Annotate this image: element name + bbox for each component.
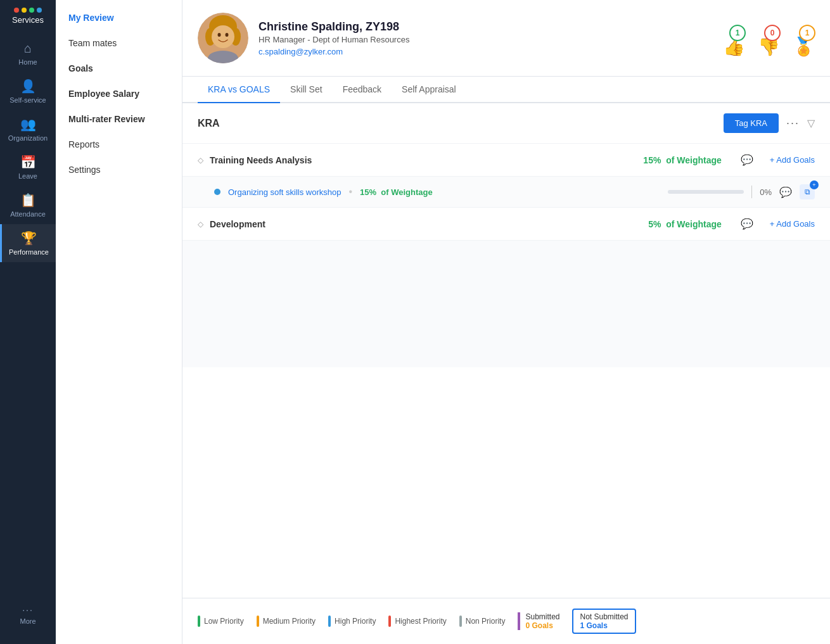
low-priority-label: Low Priority	[204, 617, 244, 626]
legend-low-priority: Low Priority	[198, 616, 244, 627]
legend-footer: Low Priority Medium Priority High Priori…	[182, 598, 830, 644]
kra-actions: Tag KRA ··· ▽	[724, 113, 815, 133]
sub-item-goals[interactable]: Goals	[56, 56, 182, 81]
leave-label: Leave	[18, 172, 37, 180]
more-options-button[interactable]: ···	[786, 117, 800, 130]
development-expand-icon[interactable]: ◇	[198, 220, 203, 229]
organization-icon: 👥	[20, 117, 36, 132]
thumbs-up-count: 1	[729, 25, 746, 41]
sidebar-item-self-service[interactable]: 👤 Self-service	[0, 72, 56, 110]
profile-title: HR Manager - Dept of Human Resources	[259, 35, 713, 44]
not-submitted-info: Not Submitted 1 Goals	[580, 612, 628, 630]
dot-yellow	[22, 8, 27, 13]
attendance-label: Attendance	[10, 210, 46, 218]
profile-badges: 1 👍 0 👎 1 🏅	[723, 20, 815, 57]
home-icon: ⌂	[24, 41, 32, 56]
svg-point-6	[226, 33, 229, 37]
training-group-name: Training Needs Analysis	[210, 155, 312, 165]
badge-thumbs-up: 1 👍	[723, 20, 745, 57]
goal-dot-soft-skills	[214, 189, 220, 195]
more-label: More	[20, 617, 35, 625]
high-priority-label: High Priority	[335, 617, 376, 626]
legend-non-priority: Non Priority	[459, 616, 506, 627]
training-weightage-pct: 15%	[643, 155, 661, 165]
tab-skill-set[interactable]: Skill Set	[280, 77, 333, 103]
goal-divider	[751, 186, 752, 198]
development-weightage-pct: 5%	[648, 219, 661, 229]
services-label: Services	[12, 15, 44, 25]
filter-button[interactable]: ▽	[807, 117, 815, 129]
kra-title: KRA	[198, 118, 220, 129]
tabs-bar: KRA vs GOALS Skill Set Feedback Self App…	[182, 77, 830, 103]
more-icon: ···	[22, 605, 34, 615]
submitted-label: Submitted	[525, 612, 559, 621]
dot-blue	[37, 8, 42, 13]
sidebar-item-leave[interactable]: 📅 Leave	[0, 148, 56, 186]
sidebar-item-more[interactable]: ··· More	[0, 598, 56, 631]
goal-name-soft-skills[interactable]: Organizing soft skills workshop	[228, 187, 341, 197]
sub-item-settings[interactable]: Settings	[56, 157, 182, 182]
goal-progress-bar	[668, 190, 744, 194]
kra-group-development: ◇ Development 5% of Weightage 💬 + Add Go…	[182, 208, 830, 241]
training-comment-icon[interactable]: 💬	[741, 154, 753, 166]
thumbs-up-wrapper: 1 👍	[723, 20, 745, 57]
non-priority-bar	[459, 616, 462, 627]
sub-sidebar: My Review Team mates Goals Employee Sala…	[56, 0, 182, 644]
goal-pct: 0%	[760, 187, 772, 197]
sub-item-employee-salary[interactable]: Employee Salary	[56, 81, 182, 106]
icon-sidebar: Services ⌂ Home 👤 Self-service 👥 Organiz…	[0, 0, 56, 644]
thumbs-down-count: 0	[764, 25, 781, 41]
not-submitted-label: Not Submitted	[580, 612, 628, 621]
submitted-count: 0 Goals	[525, 621, 559, 630]
award-wrapper: 1 🏅	[793, 20, 815, 57]
dot-green	[29, 8, 34, 13]
services-dots	[14, 8, 42, 13]
sub-item-multi-rater-review[interactable]: Multi-rater Review	[56, 106, 182, 132]
kra-group-training: ◇ Training Needs Analysis 15% of Weighta…	[182, 144, 830, 208]
leave-icon: 📅	[20, 155, 36, 170]
development-comment-icon[interactable]: 💬	[741, 218, 753, 230]
highest-priority-label: Highest Priority	[395, 617, 446, 626]
sub-item-team-mates[interactable]: Team mates	[56, 30, 182, 56]
sub-item-my-review[interactable]: My Review	[56, 5, 182, 30]
tab-feedback[interactable]: Feedback	[333, 77, 392, 103]
development-group-name: Development	[210, 219, 265, 229]
sidebar-item-performance[interactable]: 🏆 Performance	[0, 224, 56, 262]
svg-point-5	[218, 33, 221, 37]
profile-avatar	[198, 13, 248, 63]
goal-weightage-pct: 15%	[360, 187, 376, 197]
sub-item-reports[interactable]: Reports	[56, 132, 182, 157]
goal-row-soft-skills: Organizing soft skills workshop • 15% of…	[182, 176, 830, 207]
copy-icon: ⧉	[805, 187, 810, 196]
training-add-goals-button[interactable]: + Add Goals	[770, 155, 815, 165]
kra-group-development-header: ◇ Development 5% of Weightage 💬 + Add Go…	[182, 208, 830, 240]
goal-comment-icon[interactable]: 💬	[779, 186, 792, 198]
sidebar-item-attendance[interactable]: 📋 Attendance	[0, 186, 56, 224]
legend-high-priority: High Priority	[328, 616, 376, 627]
profile-name: Christine Spalding, ZY198	[259, 20, 713, 34]
development-add-goals-button[interactable]: + Add Goals	[770, 219, 815, 229]
sidebar-item-organization[interactable]: 👥 Organization	[0, 110, 56, 148]
profile-email[interactable]: c.spalding@zylker.com	[259, 47, 713, 56]
medium-priority-bar	[257, 616, 259, 627]
training-expand-icon[interactable]: ◇	[198, 156, 203, 165]
training-weightage-label: of Weightage	[666, 155, 722, 165]
development-weightage: 5% of Weightage	[648, 219, 722, 229]
profile-info: Christine Spalding, ZY198 HR Manager - D…	[259, 20, 713, 56]
sidebar-item-home[interactable]: ⌂ Home	[0, 35, 56, 72]
goal-weightage-soft-skills: 15% of Weightage	[360, 187, 433, 197]
legend-submitted: Submitted 0 Goals	[518, 612, 559, 630]
goal-copy-button[interactable]: ⧉ +	[800, 184, 815, 199]
thumbs-down-wrapper: 0 👎	[758, 20, 780, 57]
tag-kra-button[interactable]: Tag KRA	[724, 113, 779, 133]
tab-self-appraisal[interactable]: Self Appraisal	[392, 77, 466, 103]
dot-red	[14, 8, 19, 13]
kra-section: KRA Tag KRA ··· ▽ ◇ Training Needs Analy…	[182, 103, 830, 598]
training-weightage: 15% of Weightage	[643, 155, 721, 165]
tab-kra-vs-goals[interactable]: KRA vs GOALS	[198, 77, 280, 103]
self-service-icon: 👤	[20, 79, 36, 94]
medium-priority-label: Medium Priority	[263, 617, 316, 626]
self-service-label: Self-service	[10, 96, 46, 104]
home-label: Home	[18, 58, 37, 66]
goal-copy-badge: +	[810, 180, 819, 189]
